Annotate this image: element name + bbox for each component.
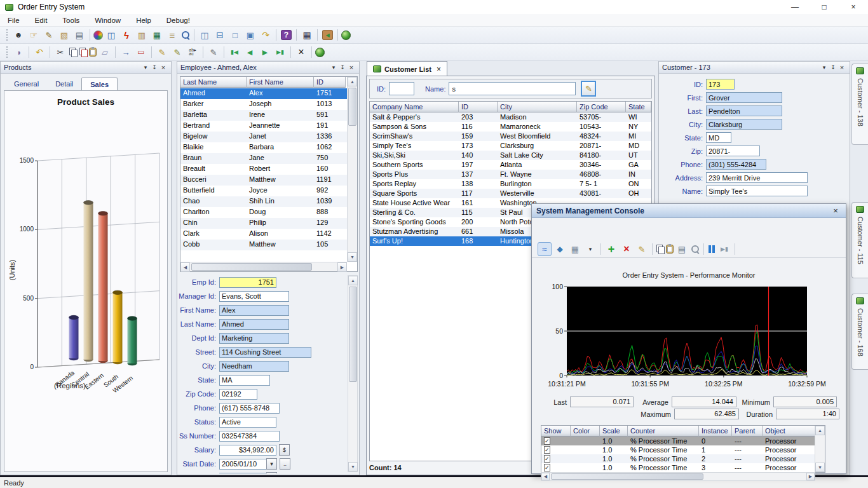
- copy-icon[interactable]: [69, 48, 78, 57]
- pause-icon[interactable]: [707, 245, 716, 254]
- customer-row[interactable]: ScrimShaw's 159 West Bloomfield 48324- M…: [370, 132, 651, 141]
- scroll-right-icon[interactable]: ▶: [806, 473, 815, 480]
- undo-icon[interactable]: ↶: [32, 45, 46, 59]
- employee-row[interactable]: Blaikie Barbara 1062: [180, 142, 347, 153]
- panel-close-icon[interactable]: ×: [159, 64, 168, 71]
- employee-row[interactable]: Butterfield Joyce 992: [180, 186, 347, 196]
- field-input[interactable]: Clarksburg: [706, 119, 782, 130]
- menu-item[interactable]: Tools: [55, 15, 87, 25]
- counter-table-vscrollbar[interactable]: ▲ ▼: [815, 426, 825, 472]
- help-book-icon[interactable]: ?: [281, 30, 292, 40]
- insert-row-icon[interactable]: →: [119, 45, 133, 59]
- field-input[interactable]: MA: [219, 375, 270, 386]
- edit-icon[interactable]: ✎: [155, 45, 169, 59]
- customer-row[interactable]: Southern Sports 197 Atlanta 30346- GA: [370, 160, 651, 170]
- debug-run-icon[interactable]: [315, 48, 325, 57]
- counter-row[interactable]: ✓ 1.0 % Processor Time 1 --- Processor: [541, 445, 815, 454]
- counter-row[interactable]: ✓ 1.0 % Processor Time 3 --- Processor: [541, 463, 815, 472]
- menu-item[interactable]: File: [0, 15, 27, 25]
- tab-close-icon[interactable]: ×: [437, 65, 441, 74]
- menu-item[interactable]: Window: [87, 15, 128, 25]
- field-input[interactable]: Active: [219, 417, 276, 428]
- employee-row[interactable]: Barletta Irene 591: [180, 110, 347, 121]
- field-dropdown-icon[interactable]: ▾: [266, 472, 277, 473]
- zoom-data-icon[interactable]: [180, 30, 191, 40]
- customer-list-tab[interactable]: Customer List ×: [367, 61, 447, 76]
- panel-menu-icon[interactable]: ▾: [820, 64, 829, 71]
- employee-grid-vscrollbar[interactable]: ▲ ▼: [347, 77, 357, 262]
- search-button[interactable]: ✎: [581, 81, 596, 97]
- exit-door-icon[interactable]: ◀: [322, 30, 333, 40]
- copy-special-icon[interactable]: [79, 48, 88, 57]
- menu-item[interactable]: Help: [128, 15, 159, 25]
- field-input[interactable]: 1751: [219, 277, 276, 288]
- show-checkbox[interactable]: ✓: [544, 437, 550, 445]
- column-header-id[interactable]: ID: [459, 102, 498, 112]
- window-icon[interactable]: □: [228, 28, 242, 42]
- scroll-down-icon[interactable]: ▼: [815, 463, 825, 472]
- log-icon[interactable]: ▤: [675, 242, 689, 256]
- package-select-icon[interactable]: ▧: [57, 28, 71, 42]
- edit-counter-icon[interactable]: ✎: [635, 242, 649, 256]
- employee-row[interactable]: Bertrand Jeannette 191: [180, 121, 347, 132]
- customer-row[interactable]: Ski,Ski,Ski 140 Salt Lake City 84180- UT: [370, 151, 651, 160]
- scroll-up-icon[interactable]: ▲: [348, 77, 357, 86]
- column-header-first-name[interactable]: First Name: [247, 77, 314, 88]
- tile-horizontal-icon[interactable]: ⊟: [213, 28, 227, 42]
- close-window-icon[interactable]: ×: [294, 45, 308, 59]
- field-input[interactable]: Evans, Scott: [219, 291, 289, 302]
- script-icon[interactable]: ≡: [165, 28, 179, 42]
- field-input[interactable]: (301) 555-4284: [706, 159, 766, 170]
- field-input[interactable]: Simply Tee's: [706, 186, 808, 196]
- remove-counter-icon[interactable]: ×: [620, 242, 634, 256]
- scroll-down-icon[interactable]: ▼: [348, 462, 358, 471]
- employee-row[interactable]: Ahmed Alex 1751: [180, 88, 347, 99]
- scroll-up-icon[interactable]: ▲: [348, 276, 358, 285]
- field-input[interactable]: 02192: [219, 389, 257, 400]
- counter-row[interactable]: ✓ 1.0 % Processor Time 0 --- Processor: [541, 437, 815, 445]
- field-input[interactable]: Needham: [219, 361, 289, 372]
- paste-icon[interactable]: [666, 245, 674, 254]
- paste-icon[interactable]: [89, 48, 97, 57]
- eraser-icon[interactable]: ▱: [98, 45, 112, 59]
- scroll-down-icon[interactable]: ▼: [348, 252, 357, 262]
- menu-item[interactable]: Edit: [27, 15, 55, 25]
- side-tab-customer-115[interactable]: Customer - 115: [851, 202, 868, 278]
- scroll-up-icon[interactable]: ▲: [815, 426, 825, 435]
- customer-row[interactable]: Sports Plus 137 Ft. Wayne 46808- IN: [370, 170, 651, 179]
- package-icon[interactable]: ▥: [135, 28, 149, 42]
- employee-row[interactable]: Barker Joseph 1013: [180, 99, 347, 110]
- column-header-color[interactable]: Color: [571, 426, 600, 437]
- toolbar-grip[interactable]: [5, 46, 8, 58]
- calculator-icon[interactable]: ▦: [150, 28, 164, 42]
- field-dropdown-icon[interactable]: ▾: [266, 458, 277, 470]
- field-input[interactable]: Marketing: [219, 333, 289, 344]
- side-tab-customer-168[interactable]: Customer - 168: [851, 294, 868, 370]
- column-header-last-name[interactable]: Last Name: [180, 77, 247, 88]
- field-action-button[interactable]: $: [279, 444, 290, 456]
- column-header-state[interactable]: State: [626, 102, 651, 112]
- field-input[interactable]: Pendelton: [706, 105, 782, 116]
- about-window-icon[interactable]: ▦: [300, 28, 314, 42]
- field-input[interactable]: (617) 555-8748: [219, 403, 280, 414]
- column-header-city[interactable]: City: [498, 102, 577, 112]
- replace-icon[interactable]: ab▸ ac: [186, 45, 200, 59]
- employee-row[interactable]: Bigelow Janet 1336: [180, 132, 347, 142]
- show-checkbox[interactable]: ✓: [544, 446, 550, 454]
- field-input[interactable]: MD: [706, 132, 731, 143]
- edit-all-icon[interactable]: ✎: [170, 45, 184, 59]
- counter-row[interactable]: ✓ 1.0 % Processor Time 2 --- Processor: [541, 454, 815, 463]
- field-input[interactable]: Alex: [219, 305, 289, 316]
- cascade-icon[interactable]: ▣: [243, 28, 257, 42]
- employee-row[interactable]: Bucceri Matthew 1191: [180, 175, 347, 186]
- field-input[interactable]: [219, 473, 267, 474]
- field-input[interactable]: $34,992.00: [219, 445, 276, 456]
- employee-row[interactable]: Chin Philip 129: [180, 218, 347, 229]
- customer-row[interactable]: Simply Tee's 173 Clarksburg 20871- MD: [370, 141, 651, 151]
- delete-row-icon[interactable]: ▭: [134, 45, 148, 59]
- reset-layout-icon[interactable]: ↷: [259, 28, 273, 42]
- column-header-counter[interactable]: Counter: [628, 426, 699, 437]
- console-close-icon[interactable]: ×: [830, 206, 841, 215]
- employee-row[interactable]: Braun Jane 750: [180, 153, 347, 164]
- field-input[interactable]: 2005/01/10: [219, 459, 267, 470]
